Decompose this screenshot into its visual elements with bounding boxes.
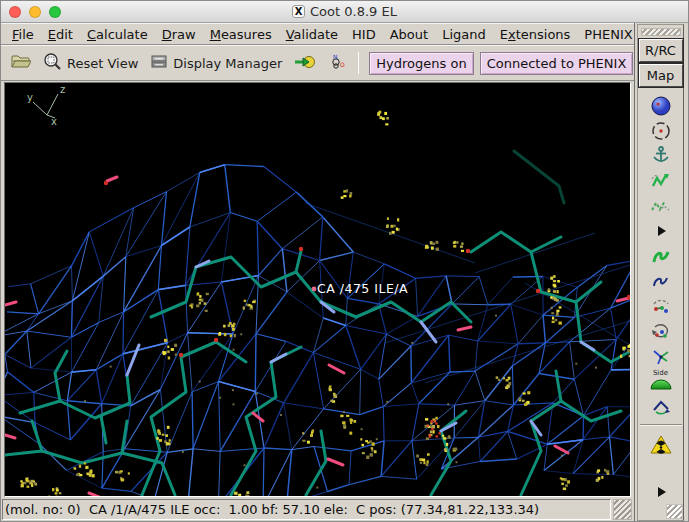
sidebar-panel: R/RC Map Side <box>637 24 684 521</box>
close-button[interactable] <box>9 6 21 18</box>
menu-item-ligand[interactable]: Ligand <box>437 26 491 43</box>
flip-peptide-icon[interactable] <box>638 393 683 418</box>
map-button[interactable]: Map <box>639 64 683 87</box>
molecular-scene: yzxCA /475 ILE/A <box>5 83 630 496</box>
zoom-button[interactable] <box>49 6 61 18</box>
toolbar-separator <box>358 52 359 74</box>
layers-stack-icon <box>150 54 168 73</box>
rot-trans-zone-icon[interactable] <box>638 193 683 218</box>
menu-item-calculate[interactable]: Calculate <box>82 26 153 43</box>
torsion-general-icon[interactable] <box>638 318 683 343</box>
side-chain-180-icon[interactable]: Side <box>638 368 683 393</box>
toolbar: Reset View Display Manager NO Hydrogens … <box>1 45 634 81</box>
sidebar-resize-grip[interactable] <box>666 504 683 519</box>
side-chain-label: Side <box>653 370 668 377</box>
canvas-frame: yzxCA /475 ILE/A <box>1 81 634 498</box>
statusbar-resize-grip[interactable] <box>613 499 632 520</box>
menu-item-phenix[interactable]: PHENIX <box>579 26 637 43</box>
menu-item-file[interactable]: File <box>7 26 39 43</box>
expand-more-icon[interactable] <box>638 479 683 504</box>
svg-text:y: y <box>27 92 33 103</box>
x11-app-icon: X <box>292 5 305 18</box>
sidebar-separator <box>640 424 682 426</box>
svg-text:x: x <box>51 116 57 127</box>
reset-view-label: Reset View <box>67 56 138 71</box>
window-title: Coot 0.8.9 EL <box>310 4 397 19</box>
minimize-button[interactable] <box>29 6 41 18</box>
fix-atoms-anchor-icon[interactable] <box>638 143 683 168</box>
mutate-residue-icon[interactable] <box>638 343 683 368</box>
display-manager-button[interactable]: Display Manager <box>147 52 285 75</box>
go-to-atom-button[interactable] <box>291 52 319 74</box>
ligand-molecule-icon: NO <box>328 53 345 73</box>
menu-item-edit[interactable]: Edit <box>43 26 78 43</box>
go-to-atom-icon <box>294 54 316 72</box>
gl-canvas[interactable]: yzxCA /475 ILE/A <box>4 82 631 497</box>
menu-item-extensions[interactable]: Extensions <box>495 26 576 43</box>
open-file-button[interactable] <box>8 51 34 75</box>
open-folder-icon <box>11 53 31 73</box>
menu-item-draw[interactable]: Draw <box>157 26 201 43</box>
svg-text:O: O <box>340 61 345 68</box>
model-fit-refine-toolbar: Side <box>638 89 683 504</box>
atom-label: CA /475 ILE/A <box>317 281 408 296</box>
reset-view-button[interactable]: Reset View <box>40 50 141 76</box>
svg-text:z: z <box>60 84 65 95</box>
menu-item-measures[interactable]: Measures <box>205 26 277 43</box>
ligand-builder-button[interactable]: NO <box>325 51 348 75</box>
status-text: (mol. no: 0) CA /1/A/475 ILE occ: 1.00 b… <box>2 499 611 520</box>
statusbar: (mol. no: 0) CA /1/A/475 ILE occ: 1.00 b… <box>1 498 634 522</box>
hydrogens-on-badge[interactable]: Hydrogens on <box>369 52 473 75</box>
auto-fit-rotamer-icon[interactable] <box>638 243 683 268</box>
connected-to-phenix-badge[interactable]: Connected to PHENIX <box>480 52 634 75</box>
recentre-target-icon[interactable] <box>638 118 683 143</box>
run-refmac-hazard-icon[interactable] <box>638 432 683 457</box>
menu-item-hid[interactable]: HID <box>347 26 381 43</box>
menu-item-about[interactable]: About <box>385 26 433 43</box>
left-pane: FileEditCalculateDrawMeasuresValidateHID… <box>1 23 634 522</box>
menu-item-validate[interactable]: Validate <box>281 26 343 43</box>
titlebar[interactable]: X Coot 0.8.9 EL <box>1 1 688 23</box>
sidebar: R/RC Map Side <box>634 23 688 522</box>
expand-more-icon[interactable] <box>638 218 683 243</box>
edit-chi-angles-icon[interactable] <box>638 293 683 318</box>
magnifier-icon <box>43 52 62 74</box>
refine-regularize-control-button[interactable]: R/RC <box>639 39 683 62</box>
rotamers-icon[interactable] <box>638 268 683 293</box>
toolbar-drag-handle[interactable] <box>641 28 681 36</box>
rigid-body-fit-icon[interactable] <box>638 168 683 193</box>
coot-window: X Coot 0.8.9 EL FileEditCalculateDrawMea… <box>0 0 689 522</box>
map-sphere-icon[interactable] <box>638 93 683 118</box>
display-manager-label: Display Manager <box>173 56 282 71</box>
menubar: FileEditCalculateDrawMeasuresValidateHID… <box>1 23 634 45</box>
